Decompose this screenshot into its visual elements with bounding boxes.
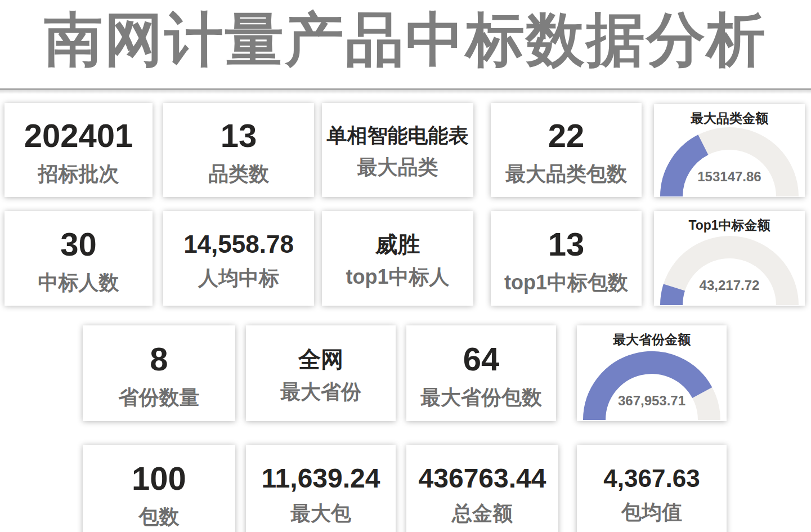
kpi-label: 包数 [139,506,180,528]
kpi-label: 总金额 [452,502,513,525]
kpi-label: 最大省份包数 [420,386,542,409]
gauge-track-arc [671,247,787,305]
kpi-card-top1-winner[interactable]: 威胜 top1中标人 [322,211,473,306]
kpi-card-package-average[interactable]: 4,367.63 包均值 [577,445,727,532]
kpi-value: 4,367.63 [603,465,700,492]
kpi-value: 436763.44 [419,464,546,493]
kpi-card-max-province[interactable]: 全网 最大省份 [246,325,396,421]
kpi-value: 30 [60,227,97,262]
kpi-card-total-amount[interactable]: 436763.44 总金额 [406,445,558,532]
kpi-card-winner-count[interactable]: 30 中标人数 [5,211,153,306]
kpi-label: 中标人数 [38,271,119,294]
kpi-label: 招标批次 [38,163,119,185]
kpi-card-batch[interactable]: 202401 招标批次 [5,103,153,197]
kpi-value: 202401 [24,118,133,154]
kpi-value: 22 [548,118,585,154]
gauge-fill-arc [594,363,702,420]
kpi-label: 最大包 [290,502,351,525]
kpi-value: 全网 [298,347,343,372]
kpi-label: 最大品类包数 [505,163,627,185]
kpi-value: 13 [221,118,257,154]
kpi-label: 品类数 [208,163,269,185]
title-divider [0,88,811,90]
kpi-value: 单相智能电能表 [327,125,469,147]
kpi-value: 100 [132,461,186,497]
kpi-value: 14,558.78 [183,231,294,258]
kpi-label: top1中标人 [346,266,450,288]
kpi-card-max-province-packages[interactable]: 64 最大省份包数 [406,325,556,421]
kpi-value: 8 [150,342,168,377]
kpi-label: 包均值 [621,501,682,524]
kpi-label: 省份数量 [119,386,200,409]
kpi-value: 威胜 [375,233,420,257]
kpi-card-province-count[interactable]: 8 省份数量 [83,325,235,421]
gauge-card-top1-amount[interactable]: Top1中标金额 43,217.72 [654,211,805,306]
gauge-value: 367,953.71 [577,393,727,409]
gauge-value: 43,217.72 [654,278,805,293]
kpi-card-max-category-packages[interactable]: 22 最大品类包数 [491,103,642,197]
kpi-label: 最大省份 [280,381,361,403]
kpi-card-avg-win[interactable]: 14,558.78 人均中标 [163,211,314,306]
gauge-card-max-category-amount[interactable]: 最大品类金额 153147.86 [654,104,805,197]
gauge-card-max-province-amount[interactable]: 最大省份金额 367,953.71 [577,325,727,421]
kpi-card-category-count[interactable]: 13 品类数 [163,103,314,197]
page-title: 南网计量产品中标数据分析 [0,1,811,80]
kpi-card-package-count[interactable]: 100 包数 [83,445,235,532]
kpi-card-top1-packages[interactable]: 13 top1中标包数 [491,211,642,306]
kpi-label: 最大品类 [357,156,438,178]
gauge-value: 153147.86 [654,169,805,185]
kpi-label: top1中标包数 [504,271,628,294]
kpi-card-max-category[interactable]: 单相智能电能表 最大品类 [322,103,473,197]
kpi-value: 11,639.24 [262,464,380,493]
kpi-card-max-package[interactable]: 11,639.24 最大包 [246,445,396,532]
kpi-value: 64 [463,342,500,377]
kpi-label: 人均中标 [198,267,279,289]
kpi-value: 13 [548,227,585,262]
